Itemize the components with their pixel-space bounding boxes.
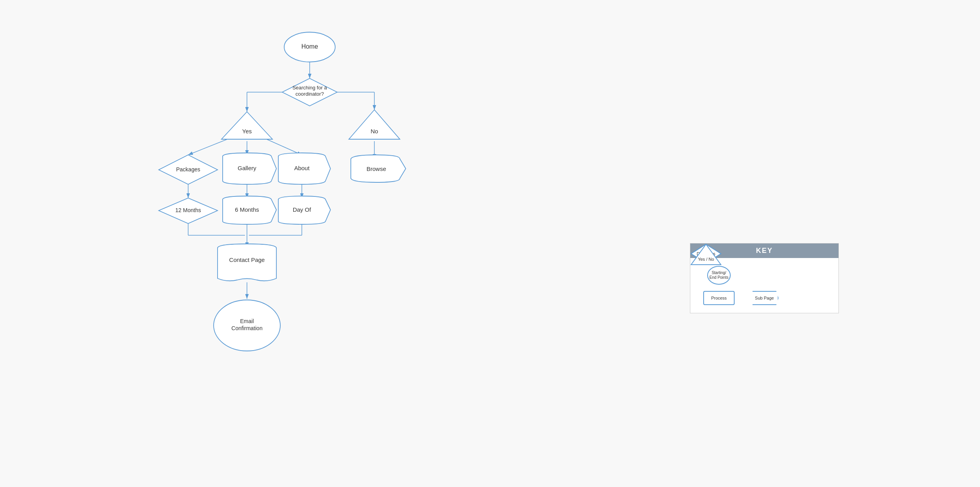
svg-text:Packages: Packages [176, 166, 200, 173]
key-pentagon-shape: Sub Page [750, 291, 779, 305]
svg-text:6 Months: 6 Months [235, 206, 259, 213]
svg-text:Yes / No: Yes / No [698, 257, 714, 262]
key-body: Starting/End Points Decisions Yes / No P… [690, 258, 838, 313]
svg-marker-44 [691, 244, 721, 265]
svg-marker-27 [349, 110, 400, 139]
svg-text:Searching for a: Searching for a [292, 85, 327, 91]
svg-marker-25 [221, 112, 272, 139]
svg-text:About: About [294, 165, 310, 171]
svg-text:Gallery: Gallery [238, 165, 256, 171]
svg-line-7 [188, 139, 227, 155]
svg-text:12 Months: 12 Months [175, 207, 201, 213]
svg-text:Contact Page: Contact Page [229, 256, 265, 263]
svg-text:Home: Home [301, 43, 318, 50]
svg-text:Confirmation: Confirmation [231, 325, 262, 331]
svg-line-9 [267, 139, 302, 155]
key-triangle-shape: Yes / No [690, 244, 980, 487]
key-pentagon-label: Sub Page [755, 296, 774, 300]
key-box: KEY Starting/End Points Decisions Yes / … [690, 243, 839, 313]
svg-text:No: No [370, 128, 378, 134]
svg-text:Browse: Browse [367, 165, 386, 172]
svg-text:Email: Email [240, 318, 254, 324]
svg-text:Yes: Yes [242, 128, 252, 134]
svg-text:coordinator?: coordinator? [296, 91, 324, 97]
svg-text:Day Of: Day Of [293, 206, 312, 213]
